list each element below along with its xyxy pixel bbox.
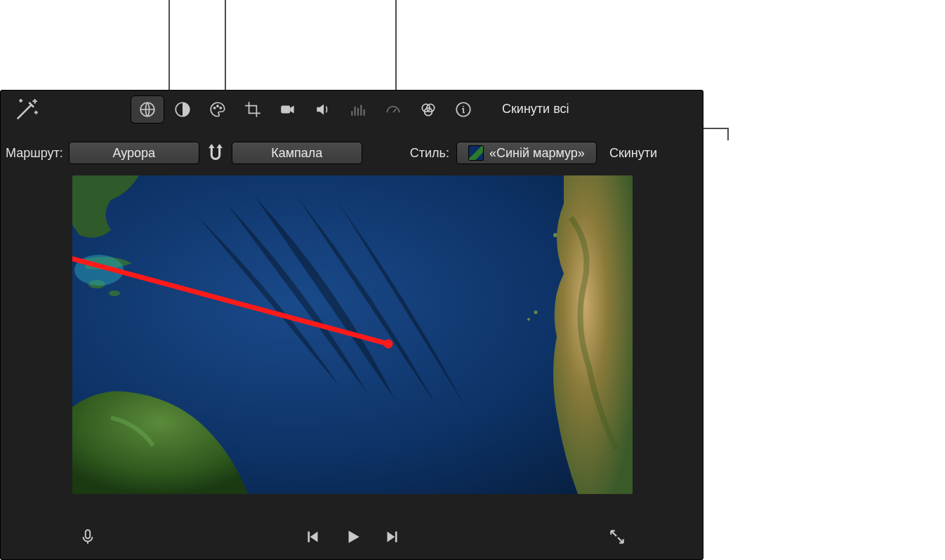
svg-point-3	[217, 105, 218, 107]
camera-icon	[279, 100, 297, 119]
speedometer-icon	[384, 100, 402, 119]
volume-icon	[314, 100, 332, 119]
stabilize-button[interactable]	[271, 95, 305, 124]
info-icon	[454, 100, 472, 119]
microphone-icon	[79, 528, 97, 546]
reset-style-button[interactable]: Скинути	[609, 146, 657, 161]
swap-route-button[interactable]	[204, 141, 227, 165]
volume-button[interactable]	[306, 95, 340, 124]
contrast-button[interactable]	[166, 95, 199, 124]
inspector-toolbar: Скинути всі	[0, 90, 703, 128]
route-label: Маршрут:	[6, 146, 63, 161]
style-popup[interactable]: «Синій мармур»	[456, 142, 597, 164]
fullscreen-button[interactable]	[602, 523, 633, 551]
crop-icon	[244, 100, 262, 119]
svg-point-16	[527, 318, 530, 321]
speed-button[interactable]	[376, 95, 410, 124]
skip-back-icon	[304, 528, 322, 546]
map-canvas	[72, 175, 633, 494]
svg-point-4	[220, 107, 221, 108]
app-stage: Скинути всі Маршрут: Аурора Кампала Стил…	[0, 0, 945, 560]
transport-controls	[298, 523, 407, 551]
globe-icon	[138, 100, 157, 119]
playback-bar	[72, 521, 633, 553]
svg-point-2	[214, 107, 216, 108]
voiceover-button[interactable]	[72, 523, 103, 551]
play-button[interactable]	[337, 523, 368, 551]
editor-panel: Скинути всі Маршрут: Аурора Кампала Стил…	[0, 90, 703, 560]
svg-rect-21	[395, 531, 397, 542]
swap-icon	[204, 141, 227, 165]
style-thumbnail	[468, 145, 484, 161]
skip-forward-icon	[383, 528, 401, 546]
route-start-value: Аурора	[112, 146, 155, 161]
fullscreen-icon	[608, 528, 626, 546]
palette-icon	[209, 100, 227, 119]
svg-rect-19	[86, 530, 91, 538]
color-filters-button[interactable]	[411, 95, 445, 124]
filters-icon	[419, 100, 437, 119]
svg-point-12	[109, 291, 120, 296]
equalizer-button[interactable]	[341, 95, 375, 124]
crop-button[interactable]	[236, 95, 270, 124]
svg-rect-5	[281, 105, 290, 113]
svg-point-14	[553, 233, 557, 237]
skip-forward-button[interactable]	[376, 523, 407, 551]
equalizer-icon	[349, 100, 367, 119]
style-value: «Синій мармур»	[489, 146, 585, 161]
reset-all-button[interactable]: Скинути всі	[502, 102, 569, 116]
route-end-value: Кампала	[271, 146, 322, 161]
info-button[interactable]	[447, 95, 480, 124]
callout-line-4v	[727, 128, 729, 140]
svg-point-18	[384, 340, 393, 349]
play-icon	[343, 528, 362, 546]
callout-line-1	[168, 0, 170, 90]
route-end-popup[interactable]: Кампала	[232, 142, 362, 164]
route-start-popup[interactable]: Аурора	[69, 142, 199, 164]
style-label: Стиль:	[410, 146, 449, 161]
svg-rect-20	[308, 531, 310, 542]
palette-button[interactable]	[201, 95, 234, 124]
skip-back-button[interactable]	[298, 523, 329, 551]
contrast-icon	[173, 100, 192, 119]
route-bar: Маршрут: Аурора Кампала Стиль: «Синій ма…	[0, 138, 703, 168]
globe-map-button[interactable]	[131, 95, 164, 124]
svg-point-15	[534, 311, 538, 314]
map-preview[interactable]	[72, 175, 633, 494]
